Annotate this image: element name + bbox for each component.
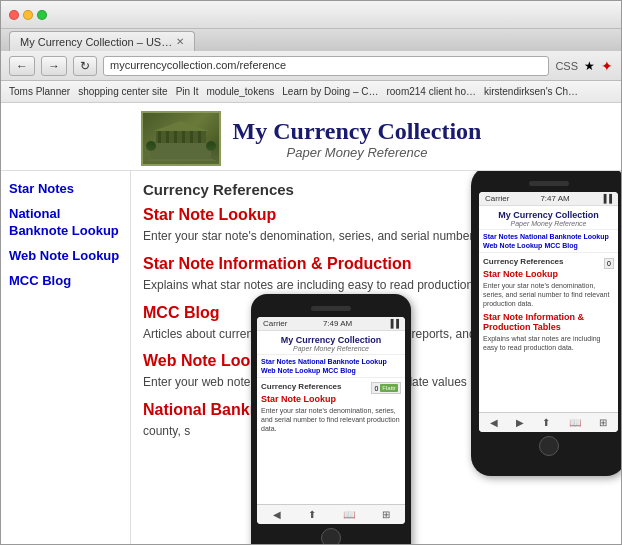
phone-nav-right: Star Notes National Banknote Lookup Web … — [479, 230, 618, 253]
phone-nav-left-mcc[interactable]: MCC Blog — [322, 367, 355, 374]
svg-marker-8 — [153, 121, 209, 131]
phone-tabs-icon[interactable]: ⊞ — [599, 417, 607, 428]
phone-forward-icon[interactable]: ▶ — [516, 417, 524, 428]
refresh-button[interactable]: ↻ — [73, 56, 97, 76]
phone-counter-left: 0 — [374, 385, 378, 392]
phone-status-bar-left: Carrier 7:49 AM ▐▐ — [257, 317, 405, 331]
time-right: 7:47 AM — [540, 194, 569, 203]
phone-home-button-left[interactable] — [321, 528, 341, 544]
minimize-button[interactable] — [23, 10, 33, 20]
phone-speaker-left — [311, 306, 351, 311]
phone-entry2-desc-right: Explains what star notes are including e… — [483, 334, 614, 352]
phone-nav-national[interactable]: National Banknote Lookup — [520, 233, 609, 240]
extension-icon: ✦ — [601, 58, 613, 74]
phone-title-right: My Currency Collection — [481, 210, 616, 220]
phone-left-bookmark-icon[interactable]: 📖 — [343, 509, 355, 520]
phone-left-share-icon[interactable]: ⬆ — [308, 509, 316, 520]
svg-point-11 — [146, 141, 156, 151]
phone-toolbar-left: ◀ ⬆ 📖 ⊞ — [257, 504, 405, 524]
main-content: Currency References 0 Flattr Star Note L… — [131, 171, 621, 544]
phone-status-bar-right: Carrier 7:47 AM ▐▐ — [479, 192, 618, 206]
phone-nav-left-national[interactable]: National Banknote Lookup — [298, 358, 387, 365]
tab-title: My Currency Collection – US… — [20, 36, 172, 48]
bookmark-module-tokens[interactable]: module_tokens — [206, 86, 274, 97]
building-svg — [146, 116, 216, 161]
browser-tab[interactable]: My Currency Collection – US… ✕ — [9, 31, 195, 51]
phone-entry1-title-right[interactable]: Star Note Lookup — [483, 269, 614, 279]
svg-rect-10 — [146, 160, 216, 161]
phone-bookmark-icon[interactable]: 📖 — [569, 417, 581, 428]
sidebar: Star Notes National Banknote Lookup Web … — [1, 171, 131, 544]
phone-share-icon[interactable]: ⬆ — [542, 417, 550, 428]
bookmarks-bar: Toms Planner shopping center site Pin It… — [1, 81, 621, 103]
css-label: CSS — [555, 60, 578, 72]
browser-titlebar — [1, 1, 621, 29]
phone-subtitle-left: Paper Money Reference — [259, 345, 403, 352]
bookmark-room214[interactable]: room214 client ho… — [386, 86, 476, 97]
phone-title-left: My Currency Collection — [259, 335, 403, 345]
phone-nav-web[interactable]: Web Note Lookup — [483, 242, 542, 249]
bookmark-pinit[interactable]: Pin It — [176, 86, 199, 97]
phone-nav-star[interactable]: Star Notes — [483, 233, 518, 240]
site-logo — [141, 111, 221, 166]
close-button[interactable] — [9, 10, 19, 20]
sidebar-item-web-note[interactable]: Web Note Lookup — [9, 248, 122, 265]
svg-rect-9 — [149, 159, 213, 161]
phone-nav-left-star[interactable]: Star Notes — [261, 358, 296, 365]
phone-counter-right: 0 — [604, 258, 614, 269]
phone-back-icon[interactable]: ◀ — [490, 417, 498, 428]
phone-entry1-desc-right: Enter your star note's denomination, ser… — [483, 281, 614, 308]
star-icon[interactable]: ★ — [584, 59, 595, 73]
sidebar-item-national-banknote[interactable]: National Banknote Lookup — [9, 206, 122, 240]
back-button[interactable]: ← — [9, 56, 35, 76]
sidebar-item-star-notes[interactable]: Star Notes — [9, 181, 122, 198]
bookmark-learn[interactable]: Learn by Doing – C… — [282, 86, 378, 97]
phone-home-button-right[interactable] — [539, 436, 559, 456]
phone-site-header-left: My Currency Collection Paper Money Refer… — [257, 331, 405, 355]
phone-entry1-title-left[interactable]: Star Note Lookup — [261, 394, 401, 404]
phone-nav-left: Star Notes National Banknote Lookup Web … — [257, 355, 405, 378]
phone-flattr-left[interactable]: Flattr — [380, 384, 398, 392]
browser-window: My Currency Collection – US… ✕ ← → ↻ myc… — [0, 0, 622, 545]
forward-button[interactable]: → — [41, 56, 67, 76]
phone-nav-left-web[interactable]: Web Note Lookup — [261, 367, 320, 374]
tab-close-icon[interactable]: ✕ — [176, 36, 184, 47]
svg-rect-6 — [190, 131, 193, 143]
website-content: My Currency Collection Paper Money Refer… — [1, 103, 621, 544]
site-header: My Currency Collection Paper Money Refer… — [1, 103, 621, 171]
bookmark-kirstendirksen[interactable]: kirstendirksen's Ch… — [484, 86, 578, 97]
svg-rect-4 — [174, 131, 177, 143]
section-heading: Currency References — [143, 181, 294, 198]
carrier-right: Carrier — [485, 194, 509, 203]
site-subtitle: Paper Money Reference — [233, 145, 482, 160]
svg-rect-5 — [182, 131, 185, 143]
phone-content-left: Currency References 0 Flattr Star Note L… — [257, 378, 405, 504]
phone-section-right: Currency References — [483, 257, 563, 266]
phone-screen-left: Carrier 7:49 AM ▐▐ My Currency Collectio… — [257, 317, 405, 524]
phone-nav-mcc[interactable]: MCC Blog — [544, 242, 577, 249]
phone-subtitle-right: Paper Money Reference — [481, 220, 616, 227]
svg-rect-7 — [198, 131, 201, 143]
phone-left-tabs-icon[interactable]: ⊞ — [382, 509, 390, 520]
carrier-left: Carrier — [263, 319, 287, 328]
bookmark-shopping[interactable]: shopping center site — [78, 86, 168, 97]
phone-entry2-title-right[interactable]: Star Note Information & Production Table… — [483, 312, 614, 332]
maximize-button[interactable] — [37, 10, 47, 20]
phone-site-header-right: My Currency Collection Paper Money Refer… — [479, 206, 618, 230]
address-bar[interactable]: mycurrencycollection.com/reference — [103, 56, 549, 76]
phone-entry1-desc-left: Enter your star note's denomination, ser… — [261, 406, 401, 433]
phone-section-left: Currency References — [261, 382, 341, 391]
site-body: Star Notes National Banknote Lookup Web … — [1, 171, 621, 544]
phone-speaker-right — [529, 181, 569, 186]
signal-right: ▐▐ — [601, 194, 612, 203]
tab-bar: My Currency Collection – US… ✕ — [1, 29, 621, 51]
phone-body-left: Carrier 7:49 AM ▐▐ My Currency Collectio… — [251, 294, 411, 544]
sidebar-item-mcc-blog[interactable]: MCC Blog — [9, 273, 122, 290]
phone-left-back-icon[interactable]: ◀ — [273, 509, 281, 520]
bookmark-toms-planner[interactable]: Toms Planner — [9, 86, 70, 97]
site-title-block: My Currency Collection Paper Money Refer… — [233, 118, 482, 160]
phone-mockup-left: Carrier 7:49 AM ▐▐ My Currency Collectio… — [251, 294, 411, 544]
svg-rect-3 — [166, 131, 169, 143]
phone-content-right: Currency References 0 Star Note Lookup E… — [479, 253, 618, 412]
svg-rect-2 — [158, 131, 161, 143]
